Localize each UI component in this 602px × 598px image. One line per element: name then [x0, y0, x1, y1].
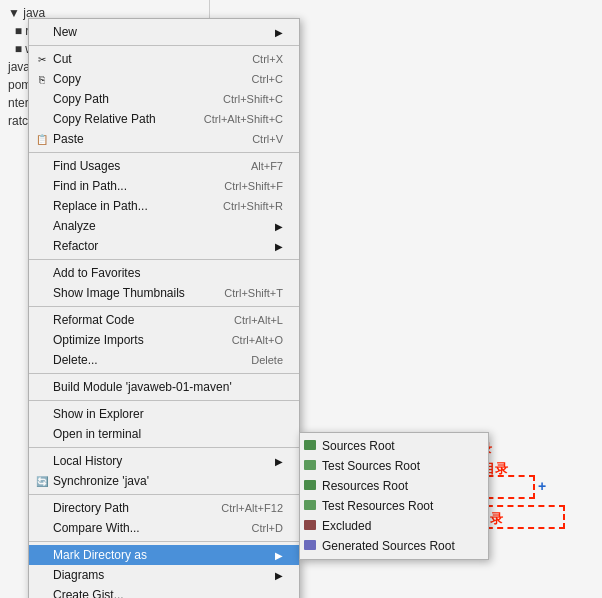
- menu-item-create-gist[interactable]: Create Gist...: [29, 585, 299, 598]
- menu-item-cut[interactable]: ✂ Cut Ctrl+X: [29, 49, 299, 69]
- submenu-item-test-sources-root[interactable]: Test Sources Root: [300, 456, 488, 476]
- submenu-item-excluded[interactable]: Excluded: [300, 516, 488, 536]
- sync-icon: 🔄: [35, 474, 49, 488]
- separator-2: [29, 152, 299, 153]
- separator-5: [29, 373, 299, 374]
- submenu-item-test-resources-root[interactable]: Test Resources Root: [300, 496, 488, 516]
- menu-item-paste[interactable]: 📋 Paste Ctrl+V: [29, 129, 299, 149]
- copy-icon: ⎘: [35, 72, 49, 86]
- menu-item-synchronize[interactable]: 🔄 Synchronize 'java': [29, 471, 299, 491]
- generated-sources-root-icon: [304, 539, 318, 553]
- menu-item-delete[interactable]: Delete... Delete: [29, 350, 299, 370]
- menu-item-mark-directory-as[interactable]: Mark Directory as ▶: [29, 545, 299, 565]
- test-sources-root-icon: [304, 459, 318, 473]
- mark-directory-submenu: Sources Root Test Sources Root Resources…: [299, 432, 489, 560]
- test-resources-root-icon: [304, 499, 318, 513]
- menu-item-copy-path[interactable]: Copy Path Ctrl+Shift+C: [29, 89, 299, 109]
- menu-item-find-usages[interactable]: Find Usages Alt+F7: [29, 156, 299, 176]
- separator-8: [29, 494, 299, 495]
- excluded-icon: [304, 519, 318, 533]
- plus-sign: +: [538, 478, 546, 494]
- menu-item-find-in-path[interactable]: Find in Path... Ctrl+Shift+F: [29, 176, 299, 196]
- cut-icon: ✂: [35, 52, 49, 66]
- menu-item-copy-relative-path[interactable]: Copy Relative Path Ctrl+Alt+Shift+C: [29, 109, 299, 129]
- svg-rect-2: [304, 480, 316, 490]
- svg-rect-4: [304, 520, 316, 530]
- separator-7: [29, 447, 299, 448]
- menu-item-optimize-imports[interactable]: Optimize Imports Ctrl+Alt+O: [29, 330, 299, 350]
- separator-4: [29, 306, 299, 307]
- separator-9: [29, 541, 299, 542]
- menu-item-local-history[interactable]: Local History ▶: [29, 451, 299, 471]
- menu-item-directory-path[interactable]: Directory Path Ctrl+Alt+F12: [29, 498, 299, 518]
- menu-item-copy[interactable]: ⎘ Copy Ctrl+C: [29, 69, 299, 89]
- menu-item-new[interactable]: New ▶: [29, 22, 299, 42]
- menu-item-show-image-thumbnails[interactable]: Show Image Thumbnails Ctrl+Shift+T: [29, 283, 299, 303]
- menu-item-add-to-favorites[interactable]: Add to Favorites: [29, 263, 299, 283]
- svg-rect-5: [304, 540, 316, 550]
- paste-icon: 📋: [35, 132, 49, 146]
- menu-item-refactor[interactable]: Refactor ▶: [29, 236, 299, 256]
- menu-item-build-module[interactable]: Build Module 'javaweb-01-maven': [29, 377, 299, 397]
- menu-item-analyze[interactable]: Analyze ▶: [29, 216, 299, 236]
- menu-item-replace-in-path[interactable]: Replace in Path... Ctrl+Shift+R: [29, 196, 299, 216]
- context-menu: New ▶ ✂ Cut Ctrl+X ⎘ Copy Ctrl+C Copy Pa…: [28, 18, 300, 598]
- resources-root-icon: [304, 479, 318, 493]
- menu-item-show-in-explorer[interactable]: Show in Explorer: [29, 404, 299, 424]
- svg-rect-3: [304, 500, 316, 510]
- submenu-item-resources-root[interactable]: Resources Root: [300, 476, 488, 496]
- separator-1: [29, 45, 299, 46]
- menu-item-compare-with[interactable]: Compare With... Ctrl+D: [29, 518, 299, 538]
- svg-rect-0: [304, 440, 316, 450]
- menu-item-diagrams[interactable]: Diagrams ▶: [29, 565, 299, 585]
- sources-root-icon: [304, 439, 318, 453]
- separator-6: [29, 400, 299, 401]
- separator-3: [29, 259, 299, 260]
- submenu-item-generated-sources-root[interactable]: Generated Sources Root: [300, 536, 488, 556]
- menu-item-open-in-terminal[interactable]: Open in terminal: [29, 424, 299, 444]
- svg-rect-1: [304, 460, 316, 470]
- submenu-item-sources-root[interactable]: Sources Root: [300, 436, 488, 456]
- menu-item-reformat-code[interactable]: Reformat Code Ctrl+Alt+L: [29, 310, 299, 330]
